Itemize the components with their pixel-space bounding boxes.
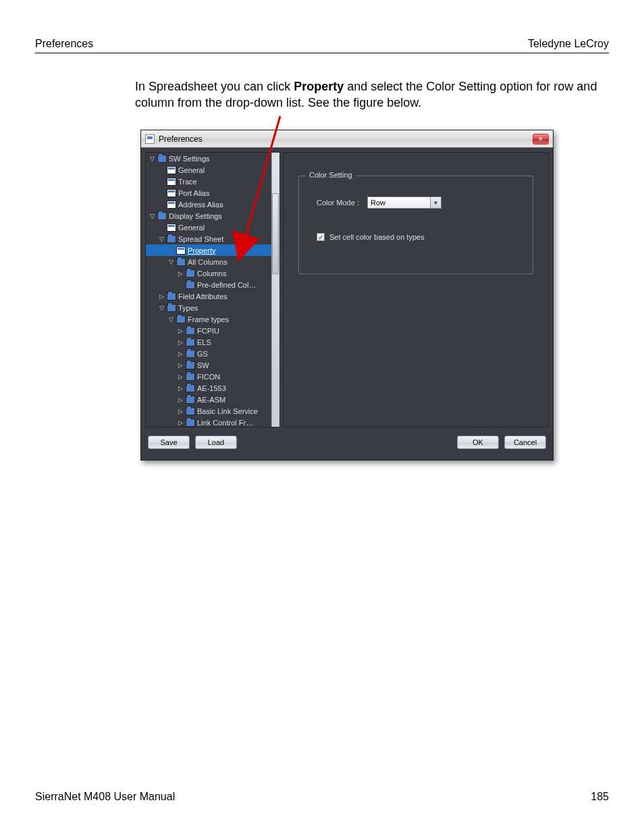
tree-item[interactable]: ▷Field Attributes [146, 290, 271, 302]
tree-expand-closed-icon[interactable]: ▷ [177, 361, 184, 369]
tree-item[interactable]: Address Alias [146, 199, 271, 210]
tree-item[interactable]: Trace [146, 176, 271, 187]
tree-item-label: FICON [197, 373, 220, 381]
dialog-titlebar[interactable]: Preferences ✕ [141, 130, 553, 148]
folder-icon [157, 212, 167, 220]
tree-expand-closed-icon[interactable]: ▷ [177, 384, 184, 392]
dialog-client: ▽SW SettingsGeneralTracePort AliasAddres… [141, 148, 553, 432]
tree-scrollbar[interactable] [271, 153, 279, 427]
tree-expand-closed-icon[interactable]: ▷ [177, 327, 184, 334]
window-icon [145, 134, 155, 144]
dialog-title: Preferences [159, 134, 529, 144]
folder-icon [186, 361, 195, 369]
body-text-bold: Property [294, 80, 344, 93]
tree-item[interactable]: ▷FCPIU [146, 325, 271, 336]
tree-expand-closed-icon[interactable]: ▷ [177, 338, 184, 346]
tree-item-label: SW Settings [169, 155, 210, 163]
tree-expand-closed-icon[interactable]: ▷ [177, 350, 184, 357]
tree-expand-none [158, 189, 165, 197]
tree-item[interactable]: ▷SW [146, 359, 271, 371]
tree-item-label: Frame types [188, 315, 229, 323]
tree-item-label: SW [197, 361, 209, 369]
tree-expand-none [158, 166, 165, 174]
tree-item-label: Display Settings [169, 212, 222, 220]
folder-icon [167, 292, 176, 301]
tree-item[interactable]: ▷GS [146, 348, 271, 359]
body-paragraph: In Spreadsheet you can click Property an… [135, 78, 609, 111]
sheet-icon [167, 189, 176, 197]
cell-color-checkbox-row: ✓ Set cell color based on types [317, 233, 425, 241]
tree-item-label: General [178, 224, 205, 232]
folder-icon [186, 384, 195, 392]
tree-item[interactable]: Port Alias [146, 187, 271, 199]
save-button[interactable]: Save [148, 436, 190, 449]
sheet-icon [167, 224, 176, 232]
tree-expand-closed-icon[interactable]: ▷ [177, 373, 184, 380]
tree-item[interactable]: ▷FICON [146, 371, 271, 382]
header-left: Preferences [35, 38, 93, 50]
tree-item-label: FCPIU [197, 327, 219, 335]
close-button[interactable]: ✕ [533, 134, 549, 145]
cell-color-checkbox[interactable]: ✓ [317, 233, 325, 241]
sheet-icon [176, 246, 186, 255]
tree-expand-closed-icon[interactable]: ▷ [177, 419, 184, 426]
tree-expand-closed-icon[interactable]: ▷ [177, 269, 184, 277]
tree-expand-open-icon[interactable]: ▽ [167, 315, 175, 323]
tree-item-label: Pre-defined Col… [197, 281, 256, 289]
right-buttons: OK Cancel [457, 436, 546, 449]
color-mode-row: Color Mode : Row ▼ [317, 197, 441, 209]
tree-item[interactable]: ▷ELS [146, 336, 271, 348]
tree-expand-none [177, 281, 184, 288]
chevron-down-icon: ▼ [430, 197, 441, 208]
tree-expand-open-icon[interactable]: ▽ [158, 235, 165, 242]
tree-item[interactable]: General [146, 221, 271, 233]
tree-expand-closed-icon[interactable]: ▷ [177, 396, 184, 403]
folder-icon [167, 304, 176, 312]
tree-item-label: Address Alias [178, 201, 223, 209]
folder-icon [186, 269, 195, 278]
load-button[interactable]: Load [195, 436, 237, 449]
tree-expand-open-icon[interactable]: ▽ [149, 212, 156, 219]
tree-item[interactable]: ▷Basic Link Service [146, 405, 271, 417]
sheet-icon [167, 178, 176, 186]
tree-expand-open-icon[interactable]: ▽ [167, 258, 175, 265]
tree-expand-open-icon[interactable]: ▽ [158, 304, 165, 311]
tree-item[interactable]: Pre-defined Col… [146, 279, 271, 290]
tree-item[interactable]: ▽Spread Sheet [146, 233, 271, 244]
tree-item[interactable]: ▷AE-1553 [146, 382, 271, 394]
tree-item[interactable]: ▷Columns [146, 267, 271, 279]
tree-item[interactable]: ▽Display Settings [146, 210, 271, 221]
tree-item-label: Spread Sheet [178, 235, 223, 243]
tree-item[interactable]: ▽Frame types [146, 313, 271, 325]
folder-icon [176, 258, 186, 266]
tree-item[interactable]: ▷AE-ASM [146, 394, 271, 405]
header-right: Teledyne LeCroy [528, 38, 609, 50]
folder-icon [167, 235, 176, 243]
tree-item[interactable]: ▽All Columns [146, 256, 271, 267]
tree-item[interactable]: Property [146, 244, 271, 256]
color-setting-group: Color Setting Color Mode : Row ▼ ✓ Set c… [298, 176, 533, 274]
left-buttons: Save Load [148, 436, 237, 449]
folder-icon [186, 350, 195, 358]
tree-item-label: General [178, 166, 205, 174]
tree-expand-open-icon[interactable]: ▽ [149, 155, 156, 162]
color-mode-select[interactable]: Row ▼ [367, 197, 441, 209]
cell-color-label: Set cell color based on types [329, 233, 425, 241]
folder-icon [186, 396, 195, 404]
tree-item[interactable]: ▽SW Settings [146, 153, 271, 164]
folder-icon [186, 281, 195, 289]
tree-item-label: GS [197, 350, 208, 358]
tree-expand-none [158, 178, 165, 185]
tree-expand-closed-icon[interactable]: ▷ [177, 407, 184, 415]
ok-button[interactable]: OK [457, 436, 499, 449]
cancel-button[interactable]: Cancel [504, 436, 546, 449]
tree-expand-closed-icon[interactable]: ▷ [158, 292, 165, 300]
folder-icon [176, 315, 186, 323]
tree-item[interactable]: General [146, 164, 271, 176]
tree-item[interactable]: ▷Link Control Fr… [146, 417, 271, 427]
folder-icon [157, 155, 167, 163]
tree-item[interactable]: ▽Types [146, 302, 271, 313]
sheet-icon [167, 201, 176, 209]
tree-scroll-thumb[interactable] [272, 193, 279, 274]
settings-tree: ▽SW SettingsGeneralTracePort AliasAddres… [145, 152, 280, 427]
